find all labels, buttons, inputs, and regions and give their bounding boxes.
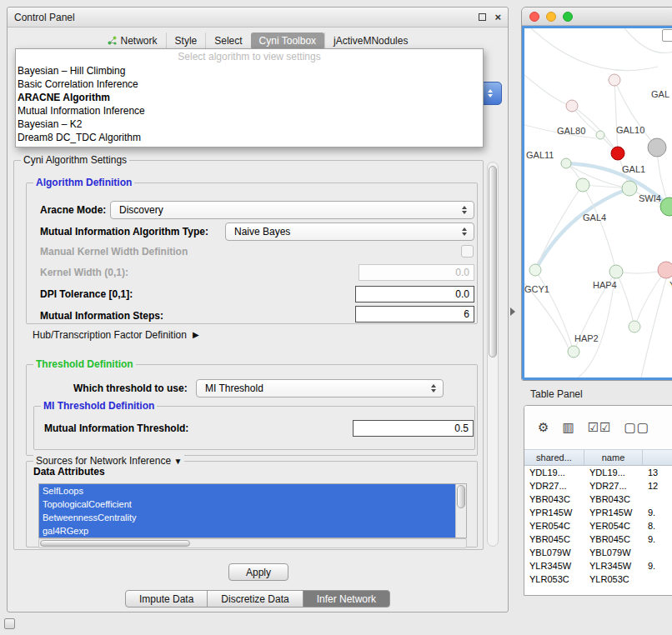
hub-transcription-factor-expander[interactable]: Hub/Transcription Factor Definition ▶ (33, 328, 199, 342)
network-view-window: GALGAL80GAL10GAL11GAL1SWI4GAL4GCY1HAP4YH… (521, 7, 672, 381)
tab-select[interactable]: Select (205, 32, 250, 49)
data-attribute-topologicalcoefficient[interactable]: TopologicalCoefficient (39, 498, 455, 511)
table-row[interactable]: YLR345WYLR345W9. (524, 559, 672, 572)
combo-arrows-icon (427, 384, 440, 392)
columns-icon[interactable]: ▥ (562, 420, 574, 435)
table-row[interactable]: YPR145WYPR145W9. (524, 506, 672, 519)
network-edge[interactable] (535, 270, 574, 352)
threshold-definition-title: Threshold Definition (33, 358, 136, 370)
column-header-1[interactable]: shared... (524, 450, 584, 465)
table-header: shared...name (524, 449, 672, 466)
node-label: HAP4 (593, 280, 617, 290)
attributes-list-hscrollbar[interactable] (38, 538, 467, 548)
network-node-pink-right[interactable] (658, 262, 672, 278)
table-cell: YBR045C (584, 532, 643, 546)
network-edge[interactable] (535, 188, 629, 270)
network-edge[interactable] (614, 80, 618, 153)
network-node-gray-node[interactable] (648, 138, 666, 157)
algorithm-option-bayesian-hill-climbing[interactable]: Bayesian – Hill Climbing (16, 64, 483, 78)
minimize-traffic-light-icon[interactable] (546, 12, 556, 22)
tab-label: Network (121, 35, 158, 47)
node-label: HAP2 (574, 333, 599, 343)
table-panel-title: Table Panel (530, 388, 583, 400)
algorithm-definition-group: Algorithm Definition Aracne Mode: Discov… (26, 182, 478, 324)
mi-type-label: Mutual Information Algorithm Type: (40, 222, 208, 241)
network-node-mid-low[interactable] (629, 321, 640, 332)
algorithm-option-dream8-dc-tdc-algorithm[interactable]: Dream8 DC_TDC Algorithm (16, 131, 483, 144)
minimized-panel-icon[interactable] (4, 618, 15, 629)
control-panel-window: Control Panel × NetworkStyleSelectCyni T… (7, 7, 509, 612)
network-graph[interactable]: GALGAL80GAL10GAL11GAL1SWI4GAL4GCY1HAP4YH… (524, 28, 672, 378)
tab-style[interactable]: Style (166, 32, 206, 49)
show-columns-icon[interactable]: ☑☑ (588, 420, 612, 435)
algorithm-option-bayesian-k2[interactable]: Bayesian – K2 (16, 118, 483, 131)
tab-network[interactable]: Network (99, 32, 166, 49)
network-node-pink-top[interactable] (609, 74, 620, 86)
network-node-hap2[interactable] (568, 346, 579, 358)
table-row[interactable]: YLR053CYLR053C (524, 572, 672, 586)
data-attribute-gal4rgexp[interactable]: gal4RGexp (39, 524, 455, 538)
manual-kernel-checkbox[interactable] (461, 245, 474, 258)
network-node-pink-top-left[interactable] (566, 100, 578, 112)
tab-jactivemnodules[interactable]: jActiveMNodules (324, 32, 416, 49)
algorithm-option-mutual-information-inference[interactable]: Mutual Information Inference (16, 104, 483, 118)
network-node-gal10-red[interactable] (611, 147, 624, 160)
table-cell: YDR27... (524, 479, 584, 492)
network-node-gal1[interactable] (622, 181, 637, 196)
table-cell: YBL079W (524, 546, 584, 559)
scrollbar-thumb[interactable] (489, 166, 497, 358)
dpi-tolerance-label: DPI Tolerance [0,1]: (40, 285, 133, 303)
aracne-mode-select[interactable]: Discovery (110, 201, 474, 219)
table-cell: YLR345W (584, 559, 643, 572)
network-edge (531, 28, 658, 71)
table-row[interactable]: YDL19...YDL19...13 (524, 466, 672, 479)
network-node-gal80[interactable] (596, 131, 604, 139)
table-cell: YPR145W (584, 506, 643, 519)
threshold-definition-group: Threshold Definition Which threshold to … (26, 364, 478, 456)
data-attribute-betweennesscentrality[interactable]: BetweennessCentrality (39, 511, 455, 524)
data-attribute-selfloops[interactable]: SelfLoops (39, 484, 455, 498)
table-row[interactable]: YBR045CYBR045C9. (524, 532, 672, 546)
table-row[interactable]: YBR043CYBR043C (524, 492, 672, 506)
table-cell: YER054C (524, 519, 584, 532)
bottom-tab-infer-network[interactable]: Infer Network (303, 590, 390, 608)
network-node-gal4[interactable] (576, 178, 589, 192)
kernel-width-input[interactable] (359, 264, 474, 281)
data-attributes-list[interactable]: SelfLoopsTopologicalCoefficientBetweenne… (38, 483, 467, 538)
close-traffic-light-icon[interactable] (529, 12, 539, 22)
bottom-tab-discretize-data[interactable]: Discretize Data (207, 590, 303, 608)
birdseye-toggle[interactable] (662, 29, 672, 42)
network-canvas[interactable]: GALGAL80GAL10GAL11GAL1SWI4GAL4GCY1HAP4YH… (522, 26, 672, 380)
close-window-button[interactable]: × (494, 12, 501, 22)
mi-algorithm-type-select[interactable]: Naive Bayes (225, 222, 474, 241)
splitpane-handle-icon[interactable] (510, 308, 515, 316)
settings-gear-icon[interactable]: ⚙ (538, 420, 549, 435)
network-node-hap4[interactable] (609, 265, 623, 278)
hide-columns-icon[interactable]: ▢▢ (624, 420, 649, 435)
table-row[interactable]: YDR27...YDR27...12 (524, 479, 672, 492)
mi-threshold-input[interactable] (353, 420, 474, 437)
column-header-3[interactable] (643, 450, 672, 465)
attributes-list-scrollbar[interactable] (455, 484, 466, 538)
network-node-gal11[interactable] (561, 158, 571, 168)
column-header-2[interactable]: name (584, 450, 643, 465)
dpi-tolerance-input[interactable] (355, 286, 474, 302)
table-row[interactable]: YER054CYER054C8. (524, 519, 672, 532)
network-edge[interactable] (634, 270, 666, 327)
settings-scrollbar[interactable] (487, 162, 499, 547)
which-threshold-select[interactable]: MI Threshold (196, 379, 444, 398)
table-row[interactable]: YBL079WYBL079W (524, 546, 672, 559)
apply-button[interactable]: Apply (228, 563, 288, 581)
table-cell: YLR053C (584, 572, 643, 586)
bottom-tab-impute-data[interactable]: Impute Data (125, 590, 208, 608)
network-edge[interactable] (616, 272, 634, 327)
network-node-gcy1[interactable] (529, 264, 541, 276)
tab-cyni-toolbox[interactable]: Cyni Toolbox (251, 32, 324, 49)
mi-steps-input[interactable] (355, 306, 474, 322)
algorithm-option-aracne-algorithm[interactable]: ARACNE Algorithm (16, 91, 483, 104)
algorithm-option-basic-correlation-inference[interactable]: Basic Correlation Inference (16, 78, 483, 91)
scrollbar-thumb[interactable] (40, 540, 190, 547)
zoom-traffic-light-icon[interactable] (563, 12, 573, 22)
scrollbar-thumb[interactable] (457, 485, 465, 508)
float-window-button[interactable] (479, 12, 486, 22)
